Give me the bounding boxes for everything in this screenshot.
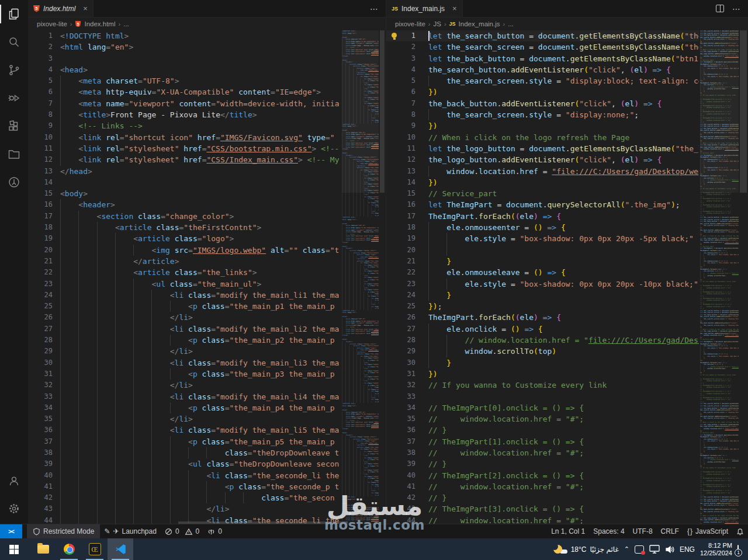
more-actions-icon[interactable]: ⋯ bbox=[370, 4, 379, 13]
code-line[interactable]: 40<li class="the_seconde_li the bbox=[28, 470, 342, 481]
code-line[interactable]: 13window.location.href = "file:///C:/Use… bbox=[386, 166, 699, 177]
code-line[interactable]: 13</head> bbox=[28, 166, 342, 177]
code-line[interactable]: 17<section class="change_color"> bbox=[28, 211, 342, 222]
code-line[interactable]: 33 bbox=[386, 391, 699, 402]
code-line[interactable]: 20 bbox=[386, 245, 699, 256]
code-line[interactable]: 23<ul class="the_main_ul"> bbox=[28, 279, 342, 290]
code-line[interactable]: 8<title>Front Page - Pixova Lite</title> bbox=[28, 109, 342, 120]
code-line[interactable]: 9<!-- Links --> bbox=[28, 120, 342, 131]
code-line[interactable]: 28<p class="the_main_p2 the_main_p bbox=[28, 335, 342, 346]
extensions-icon[interactable] bbox=[0, 112, 28, 140]
eol-sequence[interactable]: CRLF bbox=[657, 524, 683, 538]
code-line[interactable]: 28// window.location.href = "file:///C:/… bbox=[386, 335, 699, 346]
breadcrumb-symbol[interactable]: ... bbox=[508, 20, 514, 27]
launchpad-button[interactable]: ✎ ✈ Launchpad bbox=[100, 524, 161, 538]
code-line[interactable]: 6}) bbox=[386, 86, 699, 98]
code-line[interactable]: 31<p class="the_main_p3 the_main_p bbox=[28, 368, 342, 380]
code-line[interactable]: 34// TheImgPart[0].onclick = () => { bbox=[386, 402, 699, 413]
breadcrumb-file[interactable]: Index.html bbox=[84, 20, 115, 27]
vertical-scrollbar[interactable] bbox=[379, 30, 386, 524]
code-line[interactable]: 2let the_search_screen = document.getEle… bbox=[386, 41, 699, 53]
code-line[interactable]: 39// } bbox=[386, 458, 699, 469]
tab-index-main-js[interactable]: JS Index_main.js × bbox=[386, 0, 463, 17]
code-line[interactable]: 19ele.style = "box-shadow: 0px 0px 20px … bbox=[386, 233, 699, 244]
code-line[interactable]: 9}) bbox=[386, 120, 699, 131]
code-line[interactable]: 7<meta name="viewport" content="width=de… bbox=[28, 98, 342, 109]
code-line[interactable]: 11let the_logo_button = document.getElem… bbox=[386, 143, 699, 154]
minimap[interactable]: <!DOCTYPE html><html lang="en"><head><me… bbox=[342, 30, 379, 524]
code-line[interactable]: 24} bbox=[386, 290, 699, 301]
source-control-icon[interactable] bbox=[0, 56, 28, 84]
display-icon[interactable] bbox=[649, 545, 660, 554]
close-icon[interactable]: × bbox=[452, 4, 457, 13]
tab-index-html[interactable]: 5 Index.html × bbox=[28, 0, 94, 17]
code-line[interactable]: 12the_logo_button.addEventListener("clic… bbox=[386, 154, 699, 165]
restricted-mode-badge[interactable]: Restricted Mode bbox=[27, 524, 100, 538]
remote-explorer-icon[interactable] bbox=[0, 168, 28, 196]
cursor-position[interactable]: Ln 1, Col 1 bbox=[547, 524, 589, 538]
code-line[interactable]: 2<html lang="en"> bbox=[28, 41, 342, 53]
code-line[interactable]: 43</li> bbox=[28, 503, 342, 514]
gold-app-button[interactable]: Œ bbox=[82, 538, 108, 560]
chrome-button[interactable] bbox=[56, 538, 82, 560]
code-editor-js[interactable]: 1let the_search_button = document.getEle… bbox=[386, 30, 748, 524]
code-line[interactable]: 42class="the_secon bbox=[28, 492, 342, 503]
code-line[interactable]: 7the_back_button.addEventListener("click… bbox=[386, 98, 699, 109]
run-debug-icon[interactable] bbox=[0, 84, 28, 112]
more-actions-icon[interactable]: ⋯ bbox=[732, 4, 741, 13]
file-explorer-button[interactable] bbox=[30, 538, 56, 560]
code-line[interactable]: 19<article class="logo"> bbox=[28, 233, 342, 244]
ports-indicator[interactable]: 0 bbox=[203, 524, 226, 538]
code-line[interactable]: 1let the_search_button = document.getEle… bbox=[386, 30, 699, 41]
screen-record-icon[interactable] bbox=[635, 545, 644, 554]
code-line[interactable]: 43// TheImgPart[3].onclick = () => { bbox=[386, 503, 699, 514]
settings-gear-icon[interactable] bbox=[0, 495, 28, 523]
speaker-icon[interactable] bbox=[665, 545, 674, 554]
code-line[interactable]: 42// } bbox=[386, 492, 699, 503]
code-line[interactable]: 21</article> bbox=[28, 256, 342, 267]
weather-widget[interactable]: 18°C غائم جزئيًا bbox=[553, 545, 619, 554]
breadcrumb-subfolder[interactable]: JS bbox=[433, 20, 441, 27]
tray-chevron-up-icon[interactable]: ⌃ bbox=[624, 545, 629, 553]
code-line[interactable]: 15// Service_part bbox=[386, 188, 699, 199]
code-line[interactable]: 38// window.location.href = "#"; bbox=[386, 447, 699, 458]
search-icon[interactable] bbox=[0, 28, 28, 56]
code-line[interactable]: 40// TheImgPart[2].onclick = () => { bbox=[386, 470, 699, 481]
code-line[interactable]: 18ele.onmouseenter = () => { bbox=[386, 222, 699, 233]
folder-icon[interactable] bbox=[0, 140, 28, 168]
code-line[interactable]: 36// } bbox=[386, 425, 699, 436]
minimap[interactable]: let the_search_button = document.getElem… bbox=[700, 30, 739, 524]
code-line[interactable]: 33<li class="modify the_main_li4 the_ma bbox=[28, 391, 342, 402]
code-line[interactable]: 25}); bbox=[386, 301, 699, 312]
indentation[interactable]: Spaces: 4 bbox=[589, 524, 628, 538]
code-line[interactable]: 22ele.onmouseleave = () => { bbox=[386, 267, 699, 278]
breadcrumb-folder[interactable]: pixove-lite bbox=[37, 20, 67, 27]
input-language[interactable]: ENG bbox=[680, 545, 695, 554]
code-line[interactable]: 34<p class="the_main_p4 the_main_p bbox=[28, 402, 342, 413]
code-line[interactable]: 3 bbox=[28, 53, 342, 64]
code-line[interactable]: 16<header> bbox=[28, 199, 342, 210]
code-line[interactable]: 8the_search_screen.style = "display:none… bbox=[386, 109, 699, 120]
code-line[interactable]: 38class="theDropDownleave t bbox=[28, 447, 342, 458]
code-line[interactable]: 5<meta charset="UTF-8"> bbox=[28, 75, 342, 86]
code-line[interactable]: 32</li> bbox=[28, 380, 342, 391]
breadcrumb-file[interactable]: Index_main.js bbox=[459, 20, 500, 27]
lightbulb-icon[interactable] bbox=[392, 33, 397, 38]
code-line[interactable]: 31}) bbox=[386, 368, 699, 380]
code-line[interactable]: 12<link rel="stylesheet" href="CSS/Index… bbox=[28, 154, 342, 165]
code-line[interactable]: 23ele.style = "box-shadow: 0px 0px 20px … bbox=[386, 279, 699, 290]
code-line[interactable]: 5the_search_screen.style = "display:bloc… bbox=[386, 75, 699, 86]
code-line[interactable]: 18<article class="theFirstContnt"> bbox=[28, 222, 342, 233]
clock[interactable]: 8:12 PM 12/25/2024 bbox=[700, 542, 732, 557]
remote-indicator[interactable]: >< bbox=[0, 524, 22, 538]
code-line[interactable]: 4<head> bbox=[28, 64, 342, 75]
code-editor-html[interactable]: 1<!DOCTYPE html>2<html lang="en">34<head… bbox=[28, 30, 386, 524]
code-line[interactable]: 41// window.location.href = "#"; bbox=[386, 481, 699, 492]
code-line[interactable]: 17TheImgPart.forEach((ele) => { bbox=[386, 211, 699, 222]
code-line[interactable]: 29window.scrollTo(top) bbox=[386, 346, 699, 357]
explorer-icon[interactable] bbox=[0, 0, 28, 28]
code-line[interactable]: 4the_search_button.addEventListener("cli… bbox=[386, 64, 699, 75]
account-icon[interactable] bbox=[0, 467, 28, 495]
code-line[interactable]: 37<p class="the_main_p5 the_main_p bbox=[28, 436, 342, 447]
code-line[interactable]: 29</li> bbox=[28, 346, 342, 357]
